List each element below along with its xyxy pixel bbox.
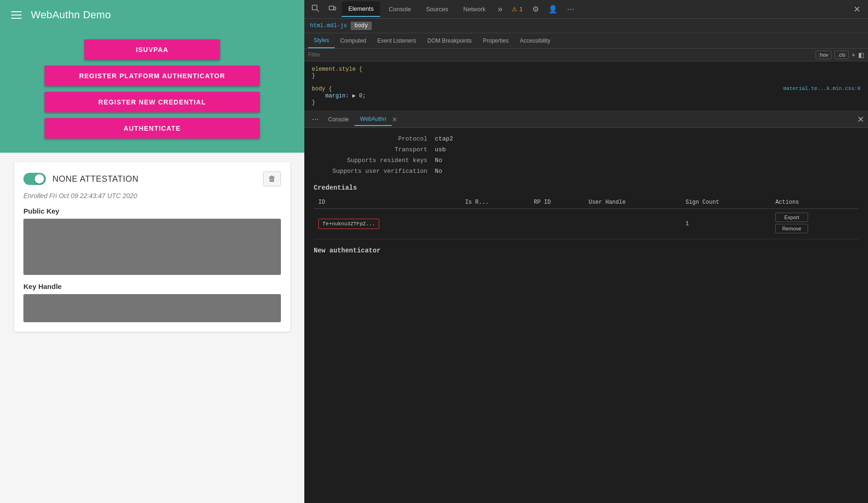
toggle-thumb (35, 174, 44, 184)
remove-button[interactable]: Remove (775, 224, 808, 233)
elements-tab[interactable]: Elements (342, 1, 380, 17)
credentials-title: Credentials (314, 184, 859, 192)
isuvpaa-button[interactable]: ISUVPAA (84, 39, 220, 60)
attestation-toggle[interactable] (23, 173, 46, 185)
breadcrumb-body[interactable]: body (351, 22, 372, 30)
user-icon[interactable]: 👤 (544, 3, 561, 15)
protocol-value: ctap2 (435, 135, 859, 142)
hamburger-icon[interactable] (11, 11, 22, 19)
styles-tab[interactable]: Styles (308, 33, 335, 48)
protocol-label: Protocol (332, 135, 427, 142)
warning-icon: ⚠ (512, 6, 517, 13)
col-is-r: Is R... (460, 196, 529, 209)
properties-tab[interactable]: Properties (477, 33, 514, 48)
webauthn-content: Protocol ctap2 Transport usb Supports re… (304, 128, 868, 503)
transport-value: usb (435, 146, 859, 153)
event-listeners-tab[interactable]: Event Listeners (372, 33, 422, 48)
authenticate-button[interactable]: AUTHENTICATE (44, 118, 260, 139)
user-handle-cell (584, 209, 681, 239)
breadcrumb-html[interactable]: html.mdl-js (310, 22, 347, 29)
element-style-close: } (312, 73, 315, 79)
body-selector: body { (312, 86, 332, 92)
inspect-element-icon[interactable] (308, 3, 323, 16)
credentials-table: ID Is R... RP ID User Handle Sign Count … (314, 196, 859, 239)
svg-rect-3 (334, 7, 336, 10)
toggle-sidebar-button[interactable]: ◧ (858, 51, 864, 59)
rp-id-cell (529, 209, 584, 239)
svg-rect-0 (312, 5, 317, 10)
body-rule-close: } (312, 99, 315, 106)
resident-keys-label: Supports resident keys (332, 157, 427, 164)
resident-keys-value: No (435, 157, 859, 164)
col-actions: Actions (771, 196, 859, 209)
credential-id[interactable]: fe+nuknu3ZTFpZ... (318, 219, 379, 229)
accessibility-tab[interactable]: Accessibility (514, 33, 556, 48)
key-handle-block (23, 294, 281, 322)
table-header-row: ID Is R... RP ID User Handle Sign Count … (314, 196, 859, 209)
trash-icon: 🗑 (268, 175, 276, 183)
key-handle-label: Key Handle (23, 282, 281, 290)
credential-card: NONE ATTESTATION 🗑 Enrolled Fri Oct 09 2… (14, 162, 290, 332)
dom-breakpoints-tab[interactable]: DOM Breakpoints (422, 33, 478, 48)
credential-card-label: NONE ATTESTATION (52, 174, 139, 184)
col-id: ID (314, 196, 460, 209)
col-rp-id: RP ID (529, 196, 584, 209)
device-toggle-icon[interactable] (325, 3, 340, 16)
public-key-label: Public Key (23, 207, 281, 215)
col-user-handle: User Handle (584, 196, 681, 209)
svg-line-1 (317, 10, 319, 12)
styles-filter-input[interactable] (308, 52, 813, 58)
actions-cell: Export Remove (771, 209, 859, 239)
console-bottom-tab[interactable]: Console (323, 113, 354, 126)
devtools-topbar: Elements Console Sources Network » ⚠ 1 ⚙… (304, 0, 868, 19)
webauthn-tab[interactable]: WebAuthn (354, 113, 392, 126)
info-grid: Protocol ctap2 Transport usb Supports re… (314, 135, 859, 175)
element-style-rule: element.style { } (312, 66, 861, 79)
credential-row: fe+nuknu3ZTFpZ... 1 Export Remove (314, 209, 859, 239)
elements-breadcrumb: html.mdl-js body (304, 19, 868, 33)
filter-cls-button[interactable]: .cls (834, 51, 849, 59)
new-authenticator-title: New authenticator (314, 247, 859, 254)
styles-tabs: Styles Computed Event Listeners DOM Brea… (304, 33, 868, 49)
register-new-credential-button[interactable]: REGISTER NEW CREDENTIAL (44, 92, 260, 112)
computed-tab[interactable]: Computed (335, 33, 372, 48)
network-tab[interactable]: Network (457, 2, 493, 16)
transport-label: Transport (332, 146, 427, 153)
credential-id-cell: fe+nuknu3ZTFpZ... (314, 209, 460, 239)
register-platform-button[interactable]: REGISTER PLATFORM AUTHENTICATOR (44, 66, 260, 86)
buttons-area: ISUVPAA REGISTER PLATFORM AUTHENTICATOR … (0, 30, 304, 153)
app-title: WebAuthn Demo (31, 9, 111, 21)
is-resident-cell (460, 209, 529, 239)
add-style-rule-button[interactable]: + (852, 51, 855, 59)
more-options-button[interactable]: ⋯ (563, 3, 578, 15)
bottom-more-button[interactable]: ··· (308, 112, 323, 126)
console-tab[interactable]: Console (382, 2, 418, 16)
devtools-panel: Elements Console Sources Network » ⚠ 1 ⚙… (304, 0, 868, 503)
delete-credential-button[interactable]: 🗑 (263, 171, 281, 186)
css-code-area: element.style { } body { material.te...k… (304, 61, 868, 111)
webauthn-tab-close[interactable]: ✕ (390, 116, 399, 123)
app-header: WebAuthn Demo (0, 0, 304, 30)
body-rule-link[interactable]: material.te...k.min.css:8 (783, 86, 861, 91)
devtools-close-button[interactable]: ✕ (850, 2, 864, 16)
bottom-panel-close[interactable]: ✕ (857, 114, 864, 125)
sign-count-cell: 1 (681, 209, 771, 239)
card-header: NONE ATTESTATION 🗑 (23, 171, 281, 186)
body-rule: body { material.te...k.min.css:8 margin:… (312, 86, 861, 106)
filter-bar: :hov .cls + ◧ (304, 49, 868, 61)
settings-icon[interactable]: ⚙ (529, 3, 543, 15)
more-tabs-button[interactable]: » (494, 2, 506, 16)
public-key-block (23, 219, 281, 275)
sources-tab[interactable]: Sources (419, 2, 455, 16)
devtools-bottom: ··· Console WebAuthn ✕ ✕ Protocol ctap2 … (304, 111, 868, 503)
col-sign-count: Sign Count (681, 196, 771, 209)
element-style-selector: element.style { (312, 66, 362, 73)
bottom-tabs-bar: ··· Console WebAuthn ✕ ✕ (304, 111, 868, 128)
body-margin-prop: margin: ▶ 0; (312, 93, 366, 99)
warning-button[interactable]: ⚠ 1 (508, 4, 526, 15)
credential-area: NONE ATTESTATION 🗑 Enrolled Fri Oct 09 2… (0, 153, 304, 503)
card-header-left: NONE ATTESTATION (23, 173, 139, 185)
svg-rect-2 (329, 6, 334, 10)
export-button[interactable]: Export (775, 213, 808, 222)
filter-hov-button[interactable]: :hov (816, 51, 832, 59)
